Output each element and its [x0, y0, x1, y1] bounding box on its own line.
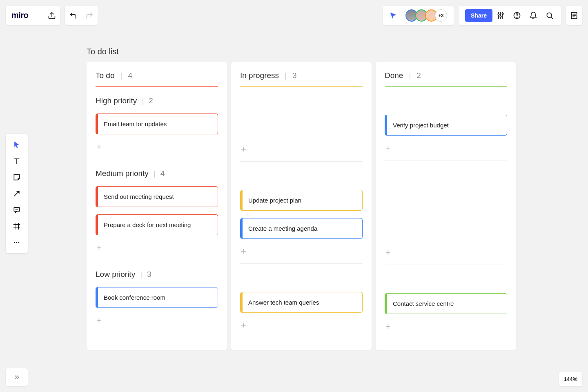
column-label: Done — [385, 71, 403, 80]
sticky-tool[interactable] — [9, 169, 25, 185]
avatar-more[interactable]: +3 — [435, 9, 447, 22]
share-button[interactable]: Share — [465, 9, 492, 22]
select-tool[interactable] — [9, 136, 25, 153]
add-card-button[interactable]: + — [385, 321, 507, 339]
column-count: 4 — [128, 71, 132, 80]
undo-button[interactable] — [65, 6, 81, 25]
cursor-mode-button[interactable] — [385, 11, 401, 20]
divider: | — [409, 71, 411, 80]
column-header[interactable]: To do | 4 — [96, 71, 218, 80]
column-count: 2 — [416, 71, 421, 80]
notes-button[interactable] — [566, 6, 582, 25]
section-header-high[interactable]: High priority | 2 — [96, 96, 218, 105]
section-header-low[interactable]: Low priority | 3 — [96, 270, 218, 279]
zoom-label: 144% — [564, 376, 577, 382]
column-todo: To do | 4 High priority | 2 Email team f… — [87, 62, 227, 350]
card[interactable]: Create a meeting agenda — [240, 218, 363, 239]
redo-icon — [85, 11, 94, 20]
card[interactable]: Book conference room — [96, 287, 218, 308]
divider — [240, 161, 363, 162]
add-card-button[interactable]: + — [385, 143, 507, 160]
add-card-button[interactable]: + — [240, 320, 363, 337]
section-label: Medium priority — [96, 169, 149, 178]
comment-tool[interactable] — [9, 202, 25, 218]
svg-point-25 — [16, 242, 18, 243]
avatar-more-label: +3 — [439, 13, 444, 18]
divider — [385, 265, 507, 265]
svg-point-5 — [500, 16, 501, 17]
card-text: Contact service centre — [387, 294, 459, 314]
svg-line-11 — [551, 17, 552, 18]
frame-tool[interactable] — [9, 218, 25, 234]
left-toolbar — [6, 134, 28, 253]
arrow-icon — [13, 189, 21, 198]
card[interactable]: Update project plan — [240, 190, 363, 211]
card[interactable]: Prepare a deck for next meeting — [96, 214, 218, 235]
zoom-level[interactable]: 144% — [559, 372, 582, 386]
divider: | — [120, 71, 122, 80]
add-card-button[interactable]: + — [96, 315, 218, 332]
svg-point-3 — [498, 14, 499, 15]
notifications-button[interactable] — [525, 6, 541, 25]
divider — [96, 159, 218, 159]
help-button[interactable] — [509, 6, 525, 25]
more-icon — [13, 238, 21, 247]
svg-point-26 — [18, 242, 20, 243]
arrow-tool[interactable] — [9, 185, 25, 202]
cursor-icon — [389, 11, 398, 20]
cursor-icon — [13, 140, 21, 149]
add-card-button[interactable]: + — [96, 243, 218, 260]
column-header[interactable]: Done | 2 — [385, 71, 507, 80]
section-label: High priority — [96, 96, 137, 105]
add-card-button[interactable]: + — [240, 246, 363, 263]
svg-point-24 — [14, 242, 16, 243]
column-done: Done | 2 Verify project budget + + Conta… — [376, 62, 516, 350]
divider: | — [142, 96, 144, 105]
column-label: In progress — [240, 71, 279, 80]
add-card-button[interactable]: + — [240, 144, 363, 161]
sticky-note-icon — [13, 173, 21, 181]
settings-button[interactable] — [492, 6, 509, 25]
card[interactable]: Send out meeting request — [96, 186, 218, 207]
comment-icon — [13, 206, 21, 214]
text-icon — [13, 157, 21, 165]
divider: | — [285, 71, 287, 80]
add-card-button[interactable]: + — [385, 247, 507, 265]
redo-button[interactable] — [81, 6, 98, 25]
card[interactable]: Email team for updates — [96, 114, 218, 134]
frame-icon — [13, 222, 21, 230]
section-header-medium[interactable]: Medium priority | 4 — [96, 169, 218, 178]
text-tool[interactable] — [9, 153, 25, 169]
miro-logo[interactable]: miro — [6, 6, 40, 25]
column-header[interactable]: In progress | 3 — [240, 71, 363, 80]
undo-icon — [69, 11, 77, 20]
card-text: Answer tech team queries — [243, 292, 325, 312]
collaborator-avatars[interactable]: +3 — [401, 9, 451, 22]
sliders-icon — [497, 11, 505, 20]
divider — [240, 263, 363, 264]
column-in-progress: In progress | 3 + Update project plan Cr… — [231, 62, 372, 350]
card-text: Update project plan — [243, 190, 307, 210]
more-tools[interactable] — [9, 234, 25, 251]
card[interactable]: Answer tech team queries — [240, 292, 363, 313]
card-text: Send out meeting request — [98, 187, 180, 207]
share-label: Share — [471, 12, 487, 19]
card[interactable]: Verify project budget — [385, 115, 507, 136]
column-count: 3 — [292, 71, 297, 80]
export-button[interactable] — [44, 6, 60, 25]
section-count: 4 — [160, 169, 165, 178]
board-title[interactable]: To do list — [87, 47, 119, 56]
card-text: Create a meeting agenda — [243, 218, 323, 238]
divider: | — [154, 169, 156, 178]
card[interactable]: Contact service centre — [385, 293, 507, 314]
help-icon — [513, 11, 521, 20]
card-text: Email team for updates — [98, 114, 172, 134]
bell-icon — [529, 11, 537, 20]
notes-icon — [570, 11, 578, 20]
add-card-button[interactable]: + — [96, 142, 218, 159]
section-count: 2 — [149, 96, 153, 105]
expand-panel-button[interactable] — [6, 368, 28, 386]
divider — [42, 11, 42, 20]
search-button[interactable] — [541, 6, 558, 25]
upload-icon — [48, 11, 56, 20]
